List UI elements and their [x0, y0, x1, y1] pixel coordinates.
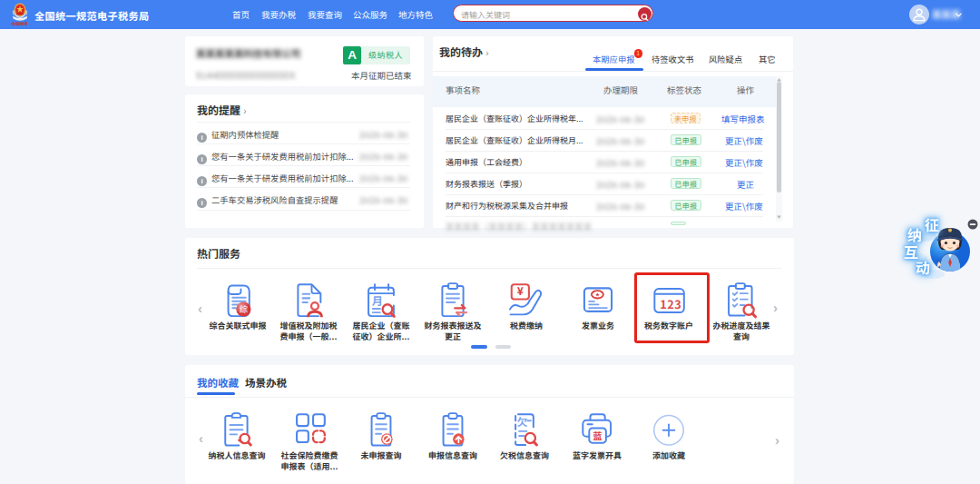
svg-text:中国税务: 中国税务: [12, 21, 29, 26]
svg-text:综: 综: [240, 302, 248, 315]
svg-text:征: 征: [925, 213, 939, 235]
svg-text:欠: 欠: [517, 414, 528, 429]
svg-text:蓝: 蓝: [593, 429, 603, 442]
svg-text:月: 月: [372, 292, 383, 309]
svg-text:动: 动: [916, 256, 930, 278]
svg-text:¥: ¥: [517, 282, 524, 299]
